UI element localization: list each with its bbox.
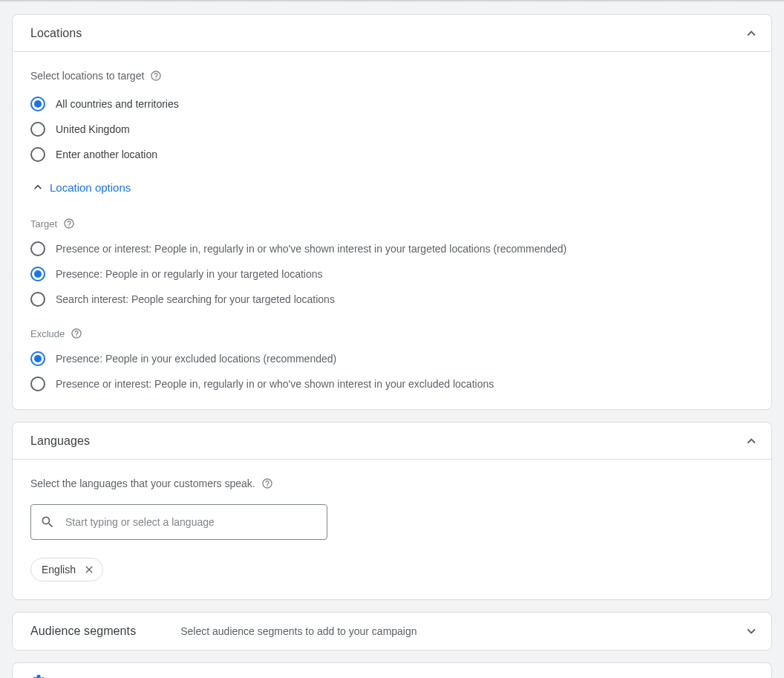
chip-english[interactable]: English	[30, 558, 103, 581]
audience-card: Audience segments Select audience segmen…	[12, 612, 772, 651]
radio-icon	[30, 122, 45, 137]
help-icon[interactable]	[63, 218, 75, 229]
audience-title: Audience segments	[30, 625, 136, 638]
radio-exclude-presence[interactable]: Presence: People in your excluded locati…	[30, 351, 754, 366]
radio-enter-another-location[interactable]: Enter another location	[30, 147, 754, 162]
locations-card: Locations Select locations to target All…	[12, 14, 772, 410]
radio-icon	[30, 292, 45, 307]
radio-icon	[30, 377, 45, 391]
radio-target-presence[interactable]: Presence: People in or regularly in your…	[30, 267, 754, 281]
search-icon	[40, 515, 55, 529]
target-label: Target	[30, 218, 754, 229]
languages-body: Select the languages that your customers…	[13, 460, 771, 599]
radio-united-kingdom[interactable]: United Kingdom	[30, 122, 754, 137]
radio-all-countries[interactable]: All countries and territories	[30, 97, 754, 111]
close-icon[interactable]	[83, 564, 95, 576]
location-options-toggle[interactable]: Location options	[30, 180, 131, 195]
radio-icon	[30, 351, 45, 366]
radio-target-search-interest[interactable]: Search interest: People searching for yo…	[30, 292, 754, 307]
help-icon[interactable]	[261, 477, 273, 489]
more-settings-card: More settings	[12, 662, 772, 678]
language-search-field[interactable]	[30, 504, 327, 540]
gear-icon	[30, 674, 47, 678]
languages-title: Languages	[30, 434, 90, 448]
locations-header[interactable]: Locations	[13, 15, 771, 52]
help-icon[interactable]	[150, 70, 162, 82]
chevron-down-icon	[743, 623, 760, 639]
exclude-label: Exclude	[30, 327, 754, 339]
target-radio-list: Presence or interest: People in, regular…	[30, 241, 754, 307]
radio-icon	[30, 267, 45, 281]
radio-exclude-presence-or-interest[interactable]: Presence or interest: People in, regular…	[30, 377, 754, 391]
chevron-up-icon	[743, 433, 760, 449]
language-chip-row: English	[30, 558, 754, 581]
more-settings-toggle[interactable]: More settings	[13, 663, 771, 678]
help-icon[interactable]	[71, 327, 82, 339]
locations-body: Select locations to target All countries…	[13, 52, 771, 409]
locations-select-label: Select locations to target	[30, 70, 754, 82]
locations-title: Locations	[30, 27, 82, 40]
exclude-radio-list: Presence: People in your excluded locati…	[30, 351, 754, 391]
languages-header[interactable]: Languages	[13, 423, 771, 460]
audience-header[interactable]: Audience segments Select audience segmen…	[13, 613, 771, 650]
radio-icon	[30, 241, 45, 256]
language-search-input[interactable]	[64, 515, 318, 529]
languages-card: Languages Select the languages that your…	[12, 422, 772, 600]
radio-icon	[30, 97, 45, 111]
radio-target-presence-or-interest[interactable]: Presence or interest: People in, regular…	[30, 241, 754, 256]
locations-radio-list: All countries and territories United Kin…	[30, 97, 754, 162]
radio-icon	[30, 147, 45, 162]
audience-subtitle: Select audience segments to add to your …	[180, 625, 743, 637]
chevron-up-icon	[743, 25, 760, 42]
languages-select-label: Select the languages that your customers…	[30, 477, 754, 489]
